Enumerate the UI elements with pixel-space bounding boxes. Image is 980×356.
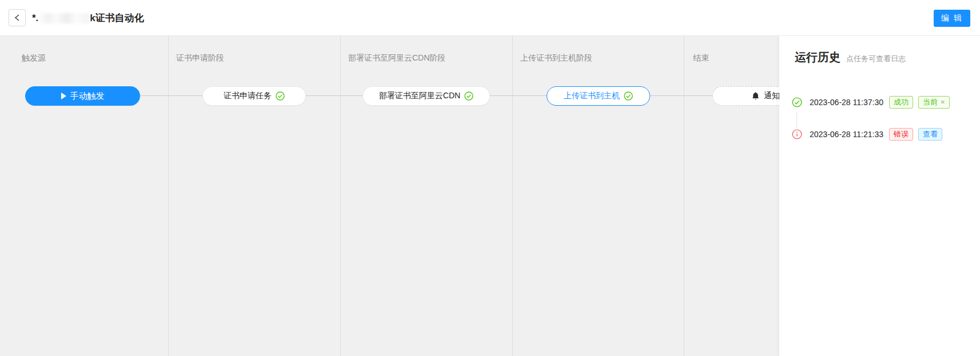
stage-header-deploy-cdn: 部署证书至阿里云CDN阶段 (348, 53, 445, 63)
task-deploy-cdn[interactable]: 部署证书至阿里云CDN (362, 86, 490, 106)
edit-button[interactable]: 编 辑 (934, 10, 970, 27)
task-label: 上传证书到主机 (564, 91, 620, 101)
run-history-panel: 运行历史 点任务可查看日志 2023-06-28 11:37:30 成功 当前×… (779, 36, 980, 356)
task-upload-host[interactable]: 上传证书到主机 (547, 86, 650, 106)
run-timestamp: 2023-06-28 11:21:33 (810, 130, 883, 139)
run-history-hint: 点任务可查看日志 (846, 54, 906, 64)
timeline-connector (796, 111, 797, 127)
run-history-title: 运行历史 (795, 50, 840, 65)
current-badge-label: 当前 (923, 98, 938, 106)
check-circle-icon (464, 91, 473, 101)
chevron-left-icon (14, 14, 21, 22)
check-circle-icon (624, 91, 633, 101)
page-title-prefix: *. (32, 13, 38, 24)
page-header: *. k 证书自动化 编 辑 (0, 0, 980, 36)
status-badge: 错误 (889, 128, 913, 141)
page-title-suffix: 证书自动化 (95, 11, 144, 25)
view-log-button[interactable]: 查看 (918, 128, 942, 141)
check-circle-icon (276, 91, 285, 101)
column-divider (340, 36, 341, 356)
column-divider (512, 36, 513, 356)
bell-icon (751, 91, 760, 101)
column-divider (168, 36, 169, 356)
play-icon (61, 93, 66, 99)
task-label: 手动触发 (70, 91, 105, 102)
run-history-row[interactable]: 2023-06-28 11:37:30 成功 当前× (792, 96, 955, 109)
task-cert-apply[interactable]: 证书申请任务 (202, 86, 306, 106)
run-history-row[interactable]: 2023-06-28 11:21:33 错误 查看 (792, 128, 947, 141)
page-title-partial: k (90, 13, 95, 24)
stage-header-trigger: 触发源 (22, 53, 46, 63)
column-divider (684, 36, 684, 356)
stage-header-cert-apply: 证书申请阶段 (176, 53, 224, 63)
task-label: 部署证书至阿里云CDN (379, 91, 460, 101)
close-icon[interactable]: × (941, 98, 945, 106)
task-manual-trigger[interactable]: 手动触发 (25, 86, 140, 106)
back-button[interactable] (9, 9, 26, 26)
redacted-domain (39, 13, 89, 23)
run-timestamp: 2023-06-28 11:37:30 (810, 98, 883, 107)
info-circle-icon (792, 129, 802, 139)
stage-header-upload-host: 上传证书到主机阶段 (520, 53, 592, 63)
stage-header-end: 结束 (693, 53, 709, 63)
pipeline-canvas: 触发源 证书申请阶段 部署证书至阿里云CDN阶段 上传证书到主机阶段 结束 手动… (0, 36, 980, 356)
page-title: *. k 证书自动化 (32, 0, 144, 36)
task-label: 证书申请任务 (224, 91, 272, 101)
check-circle-icon (792, 97, 802, 107)
current-badge[interactable]: 当前× (918, 96, 950, 109)
status-badge: 成功 (889, 96, 913, 109)
